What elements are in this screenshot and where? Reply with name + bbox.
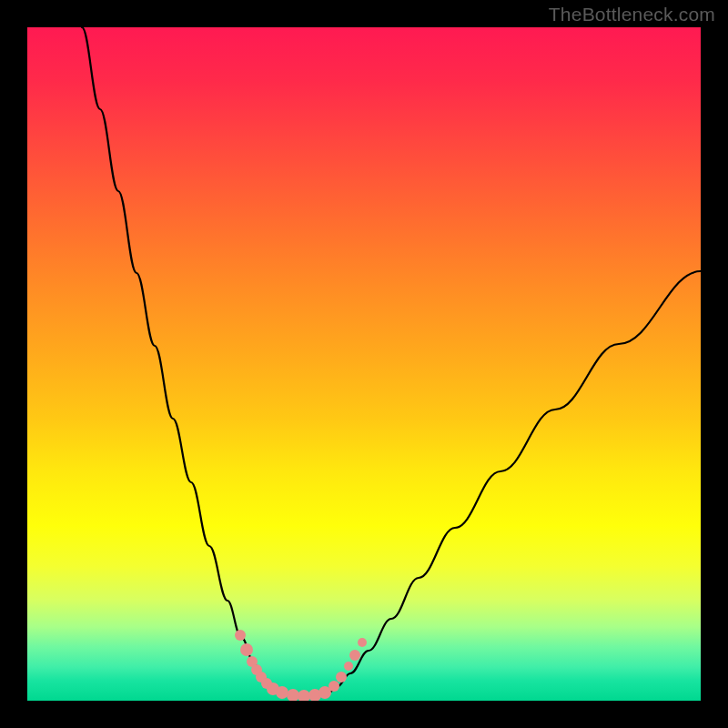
- watermark-text: TheBottleneck.com: [549, 4, 715, 25]
- marker-bead: [276, 686, 288, 699]
- marker-bead: [344, 662, 353, 671]
- marker-bead: [329, 681, 339, 692]
- marker-bead: [240, 643, 253, 656]
- marker-bead: [298, 690, 310, 701]
- marker-bead: [349, 650, 360, 661]
- marker-bead: [287, 689, 299, 701]
- curve-right-curve: [328, 271, 701, 693]
- marker-bead: [358, 638, 367, 647]
- marker-bead: [336, 672, 347, 682]
- chart-plot-area: [27, 27, 701, 701]
- curve-left-curve: [82, 27, 282, 693]
- chart-frame: TheBottleneck.com: [0, 0, 728, 728]
- chart-svg: [27, 27, 701, 701]
- marker-bead: [235, 630, 246, 641]
